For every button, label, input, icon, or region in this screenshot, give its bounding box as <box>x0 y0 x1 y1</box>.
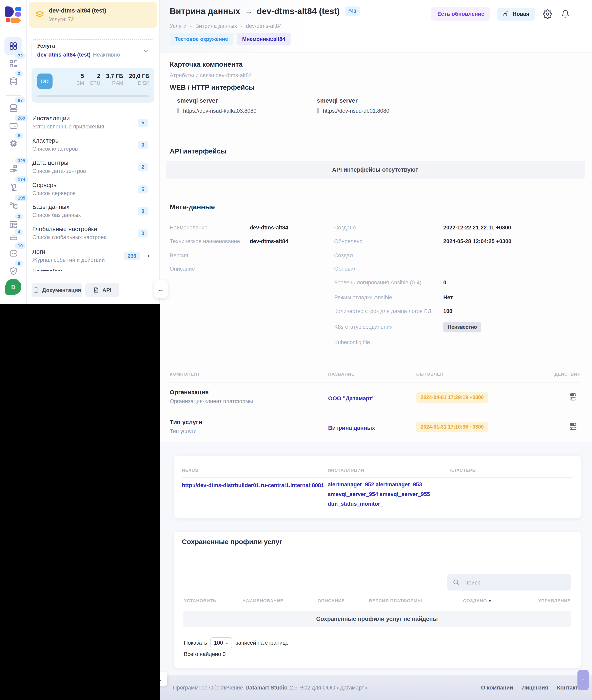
logo-shape-purple <box>15 12 21 16</box>
meta-row: Kubeconfig file <box>334 339 370 345</box>
stat-cpu: 2 CPU <box>90 73 100 86</box>
sidebar-item-servers[interactable]: Серверы Список серверов 5 <box>32 181 154 196</box>
saved-profiles-card: Сохраненные профили услуг УСТАНОВИТЬ НАИ… <box>174 532 581 668</box>
datamart-studio-logo[interactable] <box>5 6 21 22</box>
section-subtitle: Атрибуты и связи dev-dtms-alt84 <box>170 72 252 78</box>
footer: Программное Обеспечение Datamart Studio … <box>160 675 592 700</box>
service-status: Неактивно <box>93 52 120 58</box>
column-header: ОБНОВЛЕН <box>416 372 443 376</box>
hierarchy-icon <box>8 201 18 211</box>
workspace-card[interactable]: dev-dtms-alt84 (test) Услуги: 72 <box>29 2 157 28</box>
page-title: Витрина данных → dev-dtms-alt84 (test) <box>170 6 340 16</box>
toggles-icon <box>569 421 578 432</box>
rail-item-shipments[interactable]: 174 <box>4 179 22 195</box>
column-header: ВЕРСИЯ ПЛАТФОРМЫ <box>369 598 422 603</box>
environment-tag: Тестовое окружение <box>170 33 233 45</box>
count-badge: 0 <box>138 207 148 215</box>
breadcrumb-item[interactable]: dev-dtms-alt84 <box>246 23 282 29</box>
arrow-right-icon: → <box>244 6 253 16</box>
footer-link-about[interactable]: О компании <box>481 685 513 691</box>
rail-item-databases[interactable]: 3 <box>4 73 22 89</box>
row-actions-button[interactable] <box>569 421 578 432</box>
sidebar-item-datacenters[interactable]: Дата-центры Список дата-центров 2 <box>32 159 154 174</box>
installations-list: alertmanager_952 alertmanager_953 smevql… <box>328 481 430 507</box>
link-pill-icon <box>177 108 180 113</box>
link-pill-icon <box>317 108 319 113</box>
row-actions-button[interactable] <box>569 392 578 402</box>
per-page-suffix: записей на странице <box>236 640 289 646</box>
sidebar-collapse-button[interactable]: ← <box>154 280 168 298</box>
service-code-avatar: DD <box>37 73 53 89</box>
scroll-to-top-button[interactable]: ↑ <box>578 670 589 690</box>
nexus-link[interactable]: http://dev-dtms-distrbuilder01.ru-centra… <box>182 482 324 488</box>
rail-divider <box>6 95 21 96</box>
component-link[interactable]: ООО "Датамарт" <box>328 395 375 401</box>
search-input[interactable] <box>463 579 565 586</box>
count-badge: 233 <box>124 252 140 260</box>
installation-link[interactable]: smevql_server_954 smevql_server_955 <box>328 491 430 497</box>
per-page-select[interactable]: 100 ⌄ <box>210 637 233 648</box>
rail-item-security[interactable]: 8 <box>4 263 22 279</box>
bell-icon <box>561 9 570 18</box>
rail-item-servers[interactable]: 87 <box>4 100 22 115</box>
installation-link[interactable]: alertmanager_952 alertmanager_953 <box>328 481 430 488</box>
rail-item-logs[interactable]: 269 <box>4 118 22 133</box>
app-name: Datamart Studio <box>245 685 288 691</box>
stat-disk: 20,0 ГБ DISK <box>129 73 150 86</box>
new-version-button[interactable]: Новая <box>497 7 535 20</box>
breadcrumb-item[interactable]: Услуги <box>170 23 187 29</box>
table-divider <box>170 382 581 383</box>
checklists-count-badge: 10 <box>15 243 26 249</box>
component-cell: Тип услуги Тип услуги <box>170 419 202 434</box>
rail-item-delivery[interactable]: 329 <box>4 161 22 176</box>
settings-button[interactable] <box>542 8 553 19</box>
component-link[interactable]: Витрина данных <box>328 425 375 431</box>
user-avatar[interactable]: D <box>5 279 21 295</box>
shield-check-icon <box>8 266 18 276</box>
mnemonic-tag: Мнемоника:alt84 <box>237 33 291 45</box>
sidebar-item-logs[interactable]: Логи Журнал событий и действий 233 › <box>32 248 154 263</box>
rail-item-topology[interactable]: 195 <box>4 198 22 213</box>
pagination: Показать 100 ⌄ записей на странице <box>184 637 289 648</box>
sidebar-item-installations[interactable]: Инсталляции Установленные приложения 5 <box>32 115 154 130</box>
breadcrumb-item[interactable]: Витрина данных <box>195 23 237 29</box>
sidebar-item-databases[interactable]: Базы данных Список баз данных 0 <box>32 203 154 218</box>
api-empty-banner: API интерфейсы отсутствуют <box>166 161 585 178</box>
api-button[interactable]: API <box>85 283 119 297</box>
notifications-button[interactable] <box>560 9 571 19</box>
sidebar-item-clusters[interactable]: Кластеры Список кластеров 0 <box>32 137 154 152</box>
sidebar-item-global-settings[interactable]: Глобальные настройки Список глобальных н… <box>32 225 154 240</box>
service-selector[interactable]: Услуга dev-dtms-alt84 (test) Неактивно <box>32 39 154 62</box>
profiles-search[interactable] <box>447 574 571 591</box>
interface-url[interactable]: https://dev-nsud-kafka03:8080 <box>183 108 256 114</box>
dot-separator: • <box>241 23 242 29</box>
footer-link-license[interactable]: Лицензия <box>522 685 548 691</box>
chevron-down-icon <box>143 48 149 54</box>
section-title-web-http: WEB / HTTP интерфейсы <box>170 84 255 92</box>
row-divider <box>170 413 581 413</box>
column-header: ОПИСАНИЕ <box>317 598 345 603</box>
rail-item-dashboard[interactable] <box>4 37 22 55</box>
interface-url[interactable]: https://dev-nsud-db01:8080 <box>323 108 389 114</box>
column-header: ДЕЙСТВИЯ <box>554 372 581 376</box>
rail-item-checklists[interactable]: 10 <box>4 246 22 261</box>
breadcrumb: Услуги • Витрина данных • dev-dtms-alt84 <box>170 23 282 29</box>
sidebar-item-clipped[interactable]: Настройки <box>32 268 145 271</box>
documentation-button[interactable]: Документация <box>32 283 83 297</box>
rail-item-services[interactable]: 72 <box>4 56 22 71</box>
stat-vm: 5 ВМ <box>77 73 84 86</box>
service-selector-value: dev-dtms-alt84 (test) <box>37 52 91 58</box>
workspace-subtitle: Услуги: 72 <box>49 16 74 22</box>
column-header-sorted[interactable]: СОЗДАНО▼ <box>463 598 492 603</box>
resource-stats: 5 ВМ 2 CPU 3,7 ГБ RAM 20,0 ГБ DISK <box>77 73 150 86</box>
update-available-button[interactable]: Есть обновление <box>431 7 490 20</box>
grid-icon <box>8 41 18 51</box>
installation-link[interactable]: dtm_status_monitor_ <box>328 501 430 507</box>
meta-row: Наименование dev-dtms-alt84 <box>170 225 207 231</box>
total-found: Всего найдено 0 <box>184 651 226 657</box>
interface-name: smevql server <box>177 97 256 104</box>
rail-item-processors[interactable]: 8 <box>4 136 22 151</box>
stat-ram: 3,7 ГБ RAM <box>106 73 124 86</box>
resource-progress-bar <box>37 95 149 97</box>
section-title-api: API интерфейсы <box>170 148 227 156</box>
